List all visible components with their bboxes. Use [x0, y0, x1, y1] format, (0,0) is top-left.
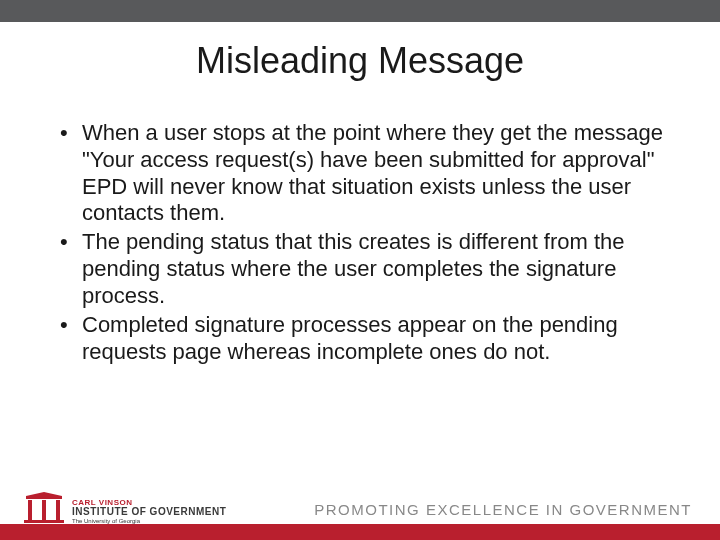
svg-rect-1 [28, 500, 32, 520]
top-bar [0, 0, 720, 22]
slide-title: Misleading Message [0, 40, 720, 82]
svg-rect-4 [24, 520, 64, 523]
logo-arch-icon [24, 492, 64, 524]
svg-marker-5 [26, 492, 62, 496]
slide-content: When a user stops at the point where the… [0, 82, 720, 365]
footer: CARL VINSON INSTITUTE OF GOVERNMENT The … [0, 480, 720, 540]
bullet-item: When a user stops at the point where the… [60, 120, 674, 227]
bullet-item: Completed signature processes appear on … [60, 312, 674, 366]
svg-rect-2 [42, 500, 46, 520]
footer-logo: CARL VINSON INSTITUTE OF GOVERNMENT The … [24, 486, 244, 524]
slide: Misleading Message When a user stops at … [0, 0, 720, 540]
bullet-list: When a user stops at the point where the… [60, 120, 674, 365]
svg-rect-3 [56, 500, 60, 520]
footer-red-bar [0, 524, 720, 540]
logo-line: INSTITUTE OF GOVERNMENT [72, 507, 226, 517]
footer-tagline: PROMOTING EXCELLENCE IN GOVERNMENT [314, 501, 692, 518]
bullet-item: The pending status that this creates is … [60, 229, 674, 309]
logo-text: CARL VINSON INSTITUTE OF GOVERNMENT The … [72, 499, 226, 524]
svg-rect-0 [26, 496, 62, 499]
